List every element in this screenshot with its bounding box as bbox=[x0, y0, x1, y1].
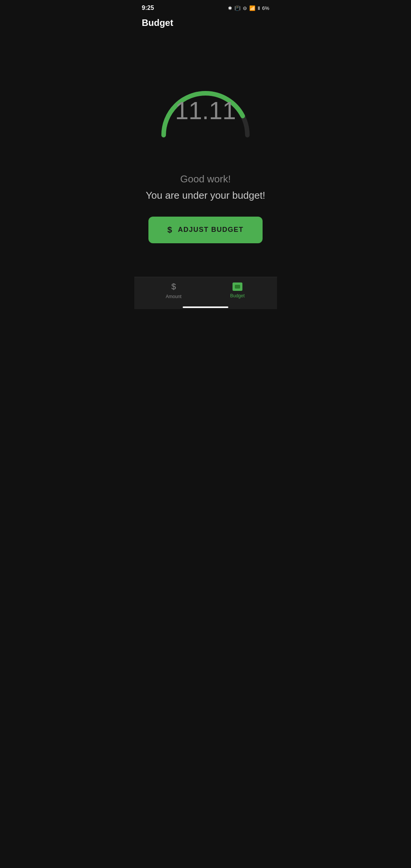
status-icons: ✱ 📳 ⊝ 📶 Ⅱ 6% bbox=[228, 5, 269, 11]
vibrate-icon: 📳 bbox=[234, 5, 241, 11]
status-bar: 9:25 ✱ 📳 ⊝ 📶 Ⅱ 6% bbox=[134, 0, 277, 14]
bluetooth-icon: ✱ bbox=[228, 5, 232, 11]
adjust-budget-label: ADJUST BUDGET bbox=[178, 226, 244, 234]
adjust-budget-button[interactable]: $ ADJUST BUDGET bbox=[148, 217, 263, 243]
good-work-text: Good work! bbox=[146, 173, 265, 185]
battery-level: 6% bbox=[262, 5, 269, 11]
bottom-nav: $ Amount Budget bbox=[134, 277, 277, 307]
amount-icon: $ bbox=[171, 282, 176, 292]
gauge-value: 11.11 bbox=[175, 97, 236, 125]
amount-nav-label: Amount bbox=[166, 294, 182, 299]
budget-nav-label: Budget bbox=[230, 293, 245, 298]
dnd-icon: ⊝ bbox=[243, 5, 247, 11]
gauge-container: 11.11 bbox=[152, 67, 259, 158]
signal-icon: Ⅱ bbox=[258, 5, 260, 11]
wifi-icon: 📶 bbox=[249, 5, 255, 11]
main-content: 11.11 Good work! You are under your budg… bbox=[134, 33, 277, 277]
header: Budget bbox=[134, 14, 277, 33]
nav-item-amount[interactable]: $ Amount bbox=[142, 282, 206, 299]
home-bar bbox=[183, 306, 228, 308]
page-title: Budget bbox=[142, 18, 269, 28]
budget-icon bbox=[233, 282, 242, 291]
status-time: 9:25 bbox=[142, 5, 154, 11]
under-budget-text: You are under your budget! bbox=[146, 190, 265, 201]
home-indicator bbox=[134, 307, 277, 309]
dollar-sign-icon: $ bbox=[167, 225, 173, 235]
nav-item-budget[interactable]: Budget bbox=[206, 282, 269, 298]
message-container: Good work! You are under your budget! bbox=[146, 173, 265, 201]
